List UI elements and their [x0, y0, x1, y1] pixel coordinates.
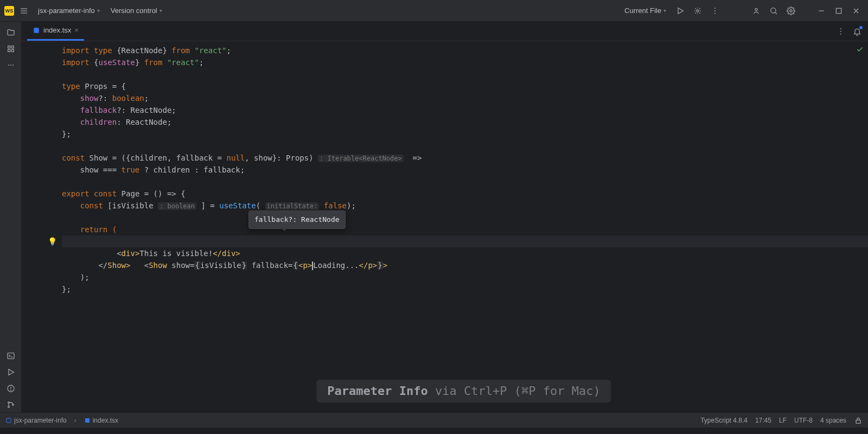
close-window-icon[interactable] [848, 3, 864, 18]
notifications-icon[interactable] [850, 24, 865, 39]
run-toolwindow-icon[interactable] [3, 365, 18, 380]
terminal-toolwindow-icon[interactable] [3, 348, 18, 363]
app-logo: WS [4, 6, 14, 16]
maximize-window-icon[interactable] [831, 3, 846, 18]
svg-point-31 [12, 404, 14, 406]
svg-rect-19 [11, 49, 14, 52]
svg-rect-37 [85, 418, 90, 423]
main-area: index.tsx × import type {ReactNode} from… [0, 22, 868, 412]
svg-rect-36 [7, 418, 11, 423]
tab-more-icon[interactable] [833, 24, 848, 39]
status-encoding[interactable]: UTF-8 [794, 417, 813, 424]
main-menu-icon[interactable] [16, 3, 31, 18]
structure-toolwindow-icon[interactable] [3, 41, 18, 56]
status-caret-position[interactable]: 17:45 [755, 417, 771, 424]
chevron-down-icon: ▾ [159, 8, 162, 14]
svg-rect-13 [836, 8, 841, 13]
breadcrumb-file[interactable]: index.tsx [84, 417, 118, 424]
tab-filename: index.tsx [43, 26, 71, 34]
left-toolbar [0, 22, 22, 412]
code-content: import type {ReactNode} from "react"; im… [60, 41, 868, 412]
svg-point-4 [697, 10, 699, 12]
vcs-toolwindow-icon[interactable] [3, 397, 18, 412]
svg-rect-32 [34, 28, 39, 33]
svg-marker-25 [9, 369, 14, 375]
svg-point-30 [8, 406, 9, 408]
breadcrumb-separator-icon: › [74, 417, 76, 424]
svg-point-28 [10, 390, 11, 391]
svg-point-29 [8, 402, 9, 404]
svg-point-34 [840, 31, 841, 32]
vcs-dropdown[interactable]: Version control▾ [106, 4, 167, 17]
svg-point-20 [8, 65, 9, 66]
chevron-down-icon: ▾ [663, 8, 666, 14]
status-typescript[interactable]: TypeScript 4.8.4 [700, 417, 748, 424]
statusbar: jsx-parameter-info › index.tsx TypeScrip… [0, 412, 868, 427]
chevron-down-icon: ▾ [97, 8, 100, 14]
problems-toolwindow-icon[interactable] [3, 381, 18, 396]
tsx-file-icon [33, 27, 40, 34]
vcs-label: Version control [111, 7, 157, 15]
svg-line-10 [775, 12, 777, 14]
project-dropdown[interactable]: jsx-parameter-info▾ [34, 4, 104, 17]
parameter-info-popup: fallback?: ReactNode [248, 210, 346, 229]
svg-rect-38 [856, 420, 860, 423]
tab-index-tsx[interactable]: index.tsx × [27, 21, 84, 41]
svg-point-5 [714, 8, 716, 9]
overlay-bold: Parameter Info [327, 384, 427, 398]
parameter-info-text: fallback?: ReactNode [254, 215, 340, 224]
run-button[interactable] [673, 3, 688, 18]
status-line-separator[interactable]: LF [779, 417, 787, 424]
intention-bulb-icon[interactable]: 💡 [48, 235, 57, 247]
run-config-dropdown[interactable]: Current File▾ [620, 4, 671, 17]
svg-point-7 [714, 12, 716, 14]
code-with-me-icon[interactable] [749, 3, 764, 18]
project-toolwindow-icon[interactable] [3, 25, 18, 40]
project-name-label: jsx-parameter-info [38, 7, 95, 15]
parameter-info-overlay: Parameter Info via Ctrl+P (⌘P for Mac) [316, 380, 611, 403]
editor-tabs: index.tsx × [22, 22, 868, 41]
status-indent[interactable]: 4 spaces [820, 417, 846, 424]
svg-rect-16 [8, 46, 10, 48]
svg-point-33 [840, 28, 841, 29]
svg-point-22 [12, 65, 14, 66]
minimize-window-icon[interactable] [814, 3, 829, 18]
close-tab-icon[interactable]: × [74, 26, 79, 34]
readonly-lock-icon[interactable] [854, 416, 863, 425]
settings-icon[interactable] [783, 3, 799, 18]
breadcrumb-project[interactable]: jsx-parameter-info [5, 417, 67, 424]
svg-point-35 [840, 34, 841, 35]
svg-point-11 [790, 10, 792, 12]
svg-point-8 [755, 8, 757, 10]
svg-point-9 [771, 8, 776, 12]
code-editor[interactable]: import type {ReactNode} from "react"; im… [22, 41, 868, 412]
titlebar: WS jsx-parameter-info▾ Version control▾ … [0, 0, 868, 22]
svg-rect-17 [11, 46, 14, 48]
svg-point-6 [714, 10, 716, 11]
inspection-ok-icon[interactable] [856, 44, 864, 56]
search-icon[interactable] [766, 3, 781, 18]
run-config-label: Current File [624, 7, 661, 15]
svg-rect-23 [8, 353, 14, 359]
debug-button[interactable] [690, 3, 705, 18]
more-actions-icon[interactable] [707, 3, 723, 18]
editor-area: index.tsx × import type {ReactNode} from… [22, 22, 868, 412]
more-toolwindows-icon[interactable] [3, 58, 18, 73]
svg-rect-18 [8, 49, 10, 52]
overlay-rest: via Ctrl+P (⌘P for Mac) [428, 384, 601, 398]
gutter [22, 41, 60, 412]
svg-point-21 [10, 65, 11, 66]
svg-marker-3 [678, 8, 683, 14]
